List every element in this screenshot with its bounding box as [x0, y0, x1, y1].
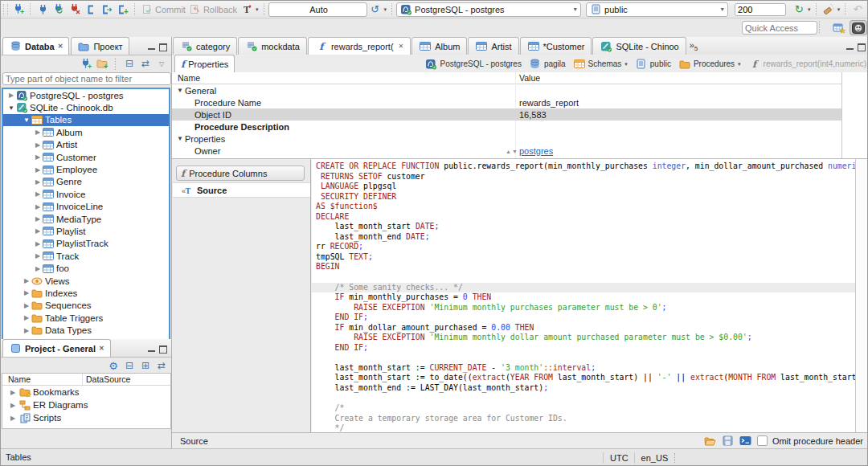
minimize-icon[interactable]: [148, 348, 155, 352]
grid-cell-value[interactable]: postgres: [519, 146, 553, 156]
tree-item-tables[interactable]: ▼Tables: [3, 114, 169, 126]
tree-item-sequences[interactable]: ▶Sequences: [3, 300, 169, 312]
editor-tab-sqlite-chinoo[interactable]: SQLite - Chinoo: [592, 37, 686, 55]
dbeaver-perspective-button[interactable]: [850, 20, 867, 35]
active-connection-combo[interactable]: PostgreSQL - postgres ▼: [396, 2, 581, 17]
tab-properties[interactable]: f Properties: [174, 55, 235, 72]
view-menu-icon[interactable]: ▽: [155, 58, 168, 70]
transaction-history-button[interactable]: ↺▾: [367, 2, 389, 17]
expand-arrow-icon[interactable]: ▶: [34, 166, 42, 174]
expand-arrow-icon[interactable]: ▶: [23, 289, 31, 296]
close-icon[interactable]: ✕: [58, 43, 63, 50]
tree-item-data-types[interactable]: ▶Data Types: [3, 324, 169, 336]
tree-item-foo[interactable]: ▶foo: [3, 262, 169, 274]
expand-arrow-icon[interactable]: ▶: [34, 227, 42, 235]
expand-arrow-icon[interactable]: ▶: [34, 252, 42, 260]
collapse-all-icon[interactable]: ⊟: [123, 360, 136, 372]
tree-item-sqlite-chinook-db[interactable]: ▼SQLite - Chinook.db: [3, 101, 169, 113]
new-folder-icon[interactable]: +: [96, 58, 108, 70]
breadcrumb-rewards-report-int4-numeric[interactable]: frewards_report(int4,numeric): [748, 58, 866, 70]
expand-arrow-icon[interactable]: ▶: [23, 327, 31, 334]
source-code-editor[interactable]: CREATE OR REPLACE FUNCTION public.reward…: [312, 159, 855, 432]
disconnect-button[interactable]: [67, 2, 83, 17]
reconnect-button[interactable]: [51, 2, 67, 17]
collapse-arrow-icon[interactable]: ▼: [177, 135, 183, 142]
undo-button[interactable]: ↶: [850, 2, 866, 17]
tab-database-navigator[interactable]: Databa ✕: [2, 37, 69, 55]
commit-button[interactable]: Commit: [139, 2, 187, 17]
editor-tab-category[interactable]: category: [173, 37, 237, 55]
column-header-datasource[interactable]: DataSource: [86, 374, 130, 384]
new-sql-editor-button[interactable]: +: [115, 2, 131, 17]
expand-arrow-icon[interactable]: ▶: [34, 265, 42, 272]
editor-tab-rewards-report[interactable]: frewards_report(✕: [308, 37, 411, 55]
close-icon[interactable]: ✕: [99, 345, 104, 352]
breadcrumb-pagila[interactable]: pagila: [529, 58, 566, 70]
rollback-button[interactable]: Rollback: [187, 2, 239, 17]
project-item-er-diagrams[interactable]: ▶ER Diagrams: [2, 399, 170, 411]
tree-item-employee[interactable]: ▶Employee: [3, 163, 169, 175]
refresh-button[interactable]: ↻▾: [791, 2, 813, 17]
tree-item-album[interactable]: ▶Album: [3, 126, 169, 138]
tab-project-general[interactable]: Project - General ✕: [2, 339, 111, 357]
breadcrumb-schemas[interactable]: Schemas▾: [573, 58, 628, 70]
expand-arrow-icon[interactable]: ▶: [34, 141, 42, 149]
tab-projects[interactable]: Проект: [71, 37, 129, 55]
expand-arrow-icon[interactable]: ▶: [34, 240, 42, 247]
tree-item-table-triggers[interactable]: ▶Table Triggers: [3, 312, 169, 324]
tree-item-playlisttrack[interactable]: ▶PlaylistTrack: [3, 238, 169, 250]
status-locale[interactable]: en_US: [641, 453, 669, 463]
tree-item-customer[interactable]: ▶Customer: [3, 151, 169, 163]
connect-button[interactable]: [35, 2, 51, 17]
tab-overflow-button[interactable]: »5: [690, 40, 698, 55]
collapse-arrow-icon[interactable]: ▼: [23, 117, 31, 124]
tree-item-invoiceline[interactable]: ▶InvoiceLine: [3, 201, 169, 213]
quick-access-input[interactable]: [742, 21, 817, 35]
erase-button[interactable]: ▾: [821, 2, 842, 17]
collapse-all-icon[interactable]: ⊟: [123, 58, 136, 70]
grid-row-procedure-description[interactable]: Procedure Description: [172, 121, 868, 133]
status-timezone[interactable]: UTC: [610, 453, 628, 463]
tree-item-postgresql-postgres[interactable]: ▶PostgreSQL - postgres: [3, 89, 169, 101]
tree-item-artist[interactable]: ▶Artist: [3, 139, 169, 151]
new-connection-plug-icon[interactable]: +: [80, 58, 92, 70]
grid-row-object-id[interactable]: Object ID16,583: [172, 108, 868, 121]
collapse-arrow-icon[interactable]: ▼: [177, 87, 183, 94]
grid-scrollbar[interactable]: [841, 72, 868, 158]
terminal-icon[interactable]: [739, 435, 752, 447]
gear-icon[interactable]: ⚙: [107, 360, 120, 372]
bottom-tab-source-label[interactable]: Source: [180, 436, 208, 446]
close-icon[interactable]: ✕: [399, 43, 404, 50]
expand-arrow-icon[interactable]: ▶: [34, 215, 42, 223]
tree-item-invoice[interactable]: ▶Invoice: [3, 188, 169, 200]
expand-arrow-icon[interactable]: ▶: [23, 314, 31, 321]
open-perspective-button[interactable]: ★: [831, 21, 847, 35]
tree-item-genre[interactable]: ▶Genre: [3, 176, 169, 188]
expand-arrow-icon[interactable]: ▶: [23, 302, 31, 309]
grid-column-value[interactable]: Value: [519, 73, 540, 83]
minimize-icon[interactable]: [846, 46, 854, 50]
expand-arrow-icon[interactable]: ▶: [34, 153, 42, 161]
transaction-mode-combo[interactable]: Auto: [268, 2, 367, 17]
expand-arrow-icon[interactable]: ▶: [9, 402, 17, 409]
breadcrumb-procedures[interactable]: Procedures▾: [678, 58, 741, 70]
breadcrumb-public[interactable]: public: [635, 58, 671, 70]
expand-arrow-icon[interactable]: ▶: [34, 203, 42, 211]
editor-tab-artist[interactable]: Artist: [468, 37, 518, 55]
grid-row-properties[interactable]: ▼Properties: [172, 133, 868, 145]
maximize-icon[interactable]: [159, 345, 167, 354]
expand-arrow-icon[interactable]: ▶: [9, 389, 17, 396]
expand-all-icon[interactable]: ⊞: [139, 360, 152, 372]
collapse-arrow-icon[interactable]: ▼: [7, 104, 15, 112]
grid-row-owner[interactable]: Ownerpostgres: [172, 145, 868, 157]
expand-arrow-icon[interactable]: ▶: [34, 178, 42, 186]
grid-column-name[interactable]: Name: [178, 73, 200, 83]
save-icon[interactable]: [722, 435, 735, 447]
transaction-log-button[interactable]: T▾: [239, 2, 260, 17]
tree-item-track[interactable]: ▶Track: [3, 250, 169, 262]
tree-item-mediatype[interactable]: ▶MediaType: [3, 213, 169, 225]
code-scrollbar[interactable]: [855, 159, 868, 432]
editor-tab-customer[interactable]: *Customer: [520, 37, 592, 55]
maximize-icon[interactable]: [159, 43, 167, 51]
open-sql-console-button[interactable]: [99, 2, 115, 17]
